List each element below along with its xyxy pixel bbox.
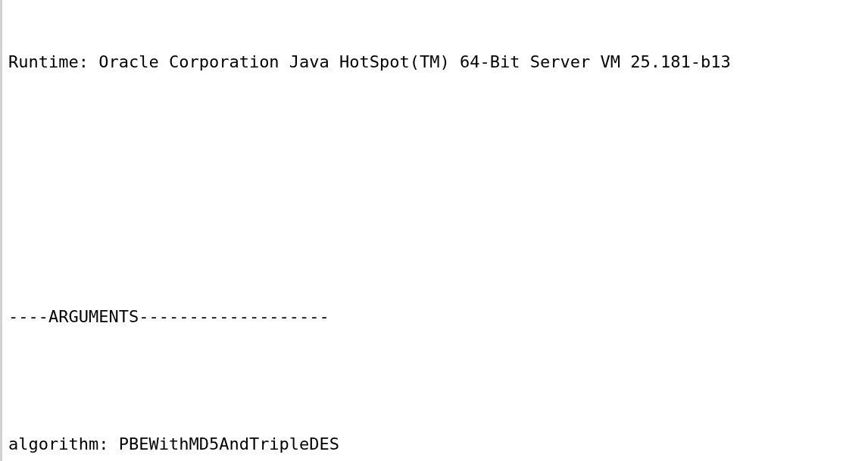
- runtime-line: Runtime: Oracle Corporation Java HotSpot…: [8, 52, 862, 73]
- arguments-header: ----ARGUMENTS-------------------: [8, 306, 862, 328]
- blank-line: [8, 243, 862, 264]
- terminal-output-area[interactable]: Runtime: Oracle Corporation Java HotSpot…: [2, 0, 868, 461]
- blank-line: [8, 115, 862, 136]
- argument-algorithm: algorithm: PBEWithMD5AndTripleDES: [8, 434, 862, 455]
- blank-line: [8, 370, 862, 391]
- blank-line: [8, 179, 862, 200]
